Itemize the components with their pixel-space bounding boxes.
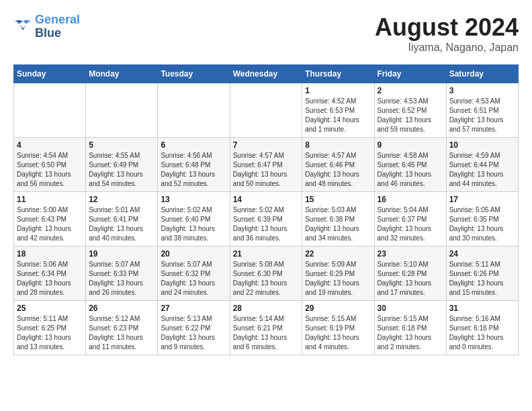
day-info: Sunrise: 5:14 AM Sunset: 6:21 PM Dayligh… xyxy=(233,314,300,352)
page-header: GeneralBlue August 2024 Iiyama, Nagano, … xyxy=(13,13,519,54)
day-number: 31 xyxy=(449,304,515,313)
day-info: Sunrise: 5:10 AM Sunset: 6:28 PM Dayligh… xyxy=(378,260,443,298)
weekday-header-cell: Monday xyxy=(86,65,158,83)
day-info: Sunrise: 5:03 AM Sunset: 6:38 PM Dayligh… xyxy=(305,205,371,243)
day-number: 13 xyxy=(161,195,226,204)
day-number: 8 xyxy=(305,140,371,150)
day-number: 16 xyxy=(378,195,443,204)
calendar-cell: 29Sunrise: 5:15 AM Sunset: 6:19 PM Dayli… xyxy=(302,301,374,355)
day-number: 4 xyxy=(17,140,83,150)
day-info: Sunrise: 4:54 AM Sunset: 6:50 PM Dayligh… xyxy=(17,151,83,189)
day-number: 23 xyxy=(378,249,443,259)
calendar-cell: 27Sunrise: 5:13 AM Sunset: 6:22 PM Dayli… xyxy=(158,301,230,355)
day-number: 10 xyxy=(449,140,515,150)
calendar-cell: 31Sunrise: 5:16 AM Sunset: 6:16 PM Dayli… xyxy=(446,301,518,355)
weekday-header-cell: Wednesday xyxy=(230,65,302,83)
calendar-cell: 17Sunrise: 5:05 AM Sunset: 6:35 PM Dayli… xyxy=(446,192,518,246)
day-number: 11 xyxy=(17,195,83,204)
calendar-cell: 1Sunrise: 4:52 AM Sunset: 6:53 PM Daylig… xyxy=(302,83,374,138)
day-number: 9 xyxy=(378,140,443,150)
day-number: 29 xyxy=(305,304,371,313)
day-info: Sunrise: 5:15 AM Sunset: 6:19 PM Dayligh… xyxy=(305,314,371,352)
day-info: Sunrise: 4:57 AM Sunset: 6:46 PM Dayligh… xyxy=(305,151,371,189)
calendar-cell: 18Sunrise: 5:06 AM Sunset: 6:34 PM Dayli… xyxy=(14,246,86,301)
calendar-cell: 16Sunrise: 5:04 AM Sunset: 6:37 PM Dayli… xyxy=(374,192,446,246)
day-number: 30 xyxy=(378,304,443,313)
day-info: Sunrise: 4:52 AM Sunset: 6:53 PM Dayligh… xyxy=(305,97,371,134)
calendar-cell: 6Sunrise: 4:56 AM Sunset: 6:48 PM Daylig… xyxy=(158,138,230,192)
calendar-cell: 28Sunrise: 5:14 AM Sunset: 6:21 PM Dayli… xyxy=(230,301,302,355)
day-info: Sunrise: 5:16 AM Sunset: 6:16 PM Dayligh… xyxy=(449,314,515,352)
calendar-cell xyxy=(14,83,86,138)
day-number: 26 xyxy=(89,304,154,313)
day-info: Sunrise: 5:08 AM Sunset: 6:30 PM Dayligh… xyxy=(233,260,300,298)
day-number: 7 xyxy=(233,140,300,150)
weekday-header-cell: Saturday xyxy=(446,65,518,83)
calendar-cell: 15Sunrise: 5:03 AM Sunset: 6:38 PM Dayli… xyxy=(302,192,374,246)
calendar-week-row: 1Sunrise: 4:52 AM Sunset: 6:53 PM Daylig… xyxy=(14,83,519,138)
calendar-cell: 21Sunrise: 5:08 AM Sunset: 6:30 PM Dayli… xyxy=(230,246,302,301)
calendar-cell: 10Sunrise: 4:59 AM Sunset: 6:44 PM Dayli… xyxy=(446,138,518,192)
day-number: 22 xyxy=(305,249,371,259)
calendar-cell: 12Sunrise: 5:01 AM Sunset: 6:41 PM Dayli… xyxy=(86,192,158,246)
day-number: 21 xyxy=(233,249,300,259)
day-info: Sunrise: 4:57 AM Sunset: 6:47 PM Dayligh… xyxy=(233,151,300,189)
calendar-cell: 8Sunrise: 4:57 AM Sunset: 6:46 PM Daylig… xyxy=(302,138,374,192)
calendar-cell: 24Sunrise: 5:11 AM Sunset: 6:26 PM Dayli… xyxy=(446,246,518,301)
day-info: Sunrise: 5:15 AM Sunset: 6:18 PM Dayligh… xyxy=(378,314,443,352)
calendar-cell xyxy=(158,83,230,138)
day-info: Sunrise: 5:05 AM Sunset: 6:35 PM Dayligh… xyxy=(449,205,515,243)
day-info: Sunrise: 5:04 AM Sunset: 6:37 PM Dayligh… xyxy=(378,205,443,243)
calendar-cell: 23Sunrise: 5:10 AM Sunset: 6:28 PM Dayli… xyxy=(374,246,446,301)
day-number: 3 xyxy=(449,86,515,95)
day-info: Sunrise: 5:02 AM Sunset: 6:39 PM Dayligh… xyxy=(233,205,300,243)
day-number: 14 xyxy=(233,195,300,204)
day-info: Sunrise: 5:12 AM Sunset: 6:23 PM Dayligh… xyxy=(89,314,154,352)
calendar-cell: 4Sunrise: 4:54 AM Sunset: 6:50 PM Daylig… xyxy=(14,138,86,192)
day-number: 1 xyxy=(305,86,371,95)
day-info: Sunrise: 5:06 AM Sunset: 6:34 PM Dayligh… xyxy=(17,260,83,298)
calendar-cell: 9Sunrise: 4:58 AM Sunset: 6:45 PM Daylig… xyxy=(374,138,446,192)
weekday-header-cell: Thursday xyxy=(302,65,374,83)
day-info: Sunrise: 5:07 AM Sunset: 6:33 PM Dayligh… xyxy=(89,260,154,298)
calendar-cell: 22Sunrise: 5:09 AM Sunset: 6:29 PM Dayli… xyxy=(302,246,374,301)
day-info: Sunrise: 5:07 AM Sunset: 6:32 PM Dayligh… xyxy=(161,260,226,298)
day-info: Sunrise: 5:02 AM Sunset: 6:40 PM Dayligh… xyxy=(161,205,226,243)
day-info: Sunrise: 4:58 AM Sunset: 6:45 PM Dayligh… xyxy=(378,151,443,189)
calendar-cell: 3Sunrise: 4:53 AM Sunset: 6:51 PM Daylig… xyxy=(446,83,518,138)
day-number: 5 xyxy=(89,140,154,150)
calendar-subtitle: Iiyama, Nagano, Japan xyxy=(375,42,519,54)
day-number: 12 xyxy=(89,195,154,204)
day-number: 24 xyxy=(449,249,515,259)
title-area: August 2024 Iiyama, Nagano, Japan xyxy=(375,13,519,54)
weekday-header-cell: Friday xyxy=(374,65,446,83)
day-info: Sunrise: 5:00 AM Sunset: 6:43 PM Dayligh… xyxy=(17,205,83,243)
logo: GeneralBlue xyxy=(13,13,80,40)
day-info: Sunrise: 4:59 AM Sunset: 6:44 PM Dayligh… xyxy=(449,151,515,189)
calendar-cell: 13Sunrise: 5:02 AM Sunset: 6:40 PM Dayli… xyxy=(158,192,230,246)
calendar-body: 1Sunrise: 4:52 AM Sunset: 6:53 PM Daylig… xyxy=(14,83,519,355)
calendar-cell xyxy=(230,83,302,138)
day-number: 18 xyxy=(17,249,83,259)
day-info: Sunrise: 4:53 AM Sunset: 6:52 PM Dayligh… xyxy=(378,97,443,134)
day-number: 28 xyxy=(233,304,300,313)
calendar-cell: 26Sunrise: 5:12 AM Sunset: 6:23 PM Dayli… xyxy=(86,301,158,355)
day-info: Sunrise: 5:11 AM Sunset: 6:25 PM Dayligh… xyxy=(17,314,83,352)
calendar-week-row: 4Sunrise: 4:54 AM Sunset: 6:50 PM Daylig… xyxy=(14,138,519,192)
day-number: 17 xyxy=(449,195,515,204)
calendar-cell: 5Sunrise: 4:55 AM Sunset: 6:49 PM Daylig… xyxy=(86,138,158,192)
day-number: 20 xyxy=(161,249,226,259)
day-number: 15 xyxy=(305,195,371,204)
calendar-cell: 19Sunrise: 5:07 AM Sunset: 6:33 PM Dayli… xyxy=(86,246,158,301)
calendar-cell: 25Sunrise: 5:11 AM Sunset: 6:25 PM Dayli… xyxy=(14,301,86,355)
logo-text: GeneralBlue xyxy=(35,13,80,40)
day-info: Sunrise: 5:11 AM Sunset: 6:26 PM Dayligh… xyxy=(449,260,515,298)
day-info: Sunrise: 5:13 AM Sunset: 6:22 PM Dayligh… xyxy=(161,314,226,352)
day-info: Sunrise: 5:09 AM Sunset: 6:29 PM Dayligh… xyxy=(305,260,371,298)
calendar-cell xyxy=(86,83,158,138)
logo-bird-icon xyxy=(13,19,32,35)
calendar-week-row: 18Sunrise: 5:06 AM Sunset: 6:34 PM Dayli… xyxy=(14,246,519,301)
day-info: Sunrise: 4:55 AM Sunset: 6:49 PM Dayligh… xyxy=(89,151,154,189)
calendar-table: SundayMondayTuesdayWednesdayThursdayFrid… xyxy=(13,64,519,355)
day-number: 6 xyxy=(161,140,226,150)
